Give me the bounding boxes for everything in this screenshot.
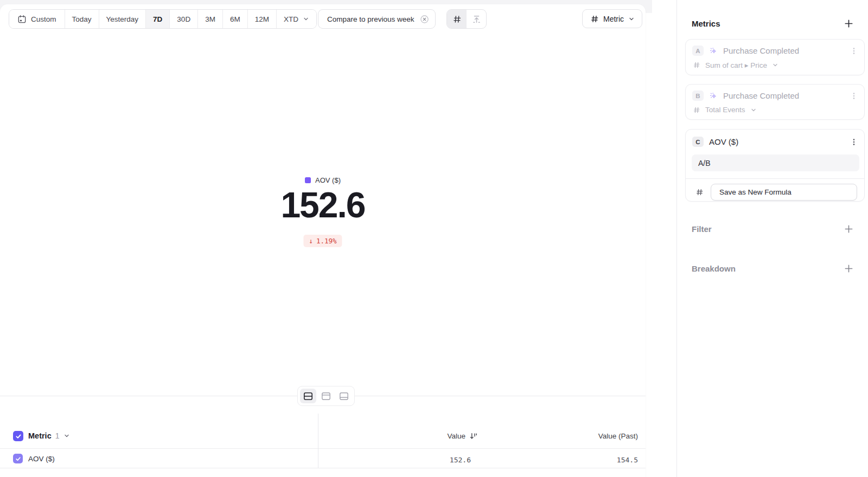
metric-badge: A [692, 46, 704, 56]
legend-swatch [305, 177, 311, 183]
event-sparkle-icon [709, 47, 718, 55]
add-filter-button[interactable] [843, 223, 854, 234]
check-icon [15, 433, 22, 440]
chart-panel: Custom Today Yesterday 7D 30D 3M 6M 12M … [0, 4, 646, 477]
value-past-column-header[interactable]: Value (Past) [478, 428, 638, 443]
chevron-down-icon [303, 16, 309, 22]
view-layout-toggle [297, 386, 355, 406]
metric-card-header: A Purchase Completed [692, 46, 799, 56]
breakdown-section-title: Breakdown [692, 264, 736, 273]
arrow-down-icon: ↓ [309, 237, 313, 245]
preset-3m[interactable]: 3M [198, 10, 223, 28]
row-checkbox[interactable] [13, 454, 23, 463]
metric-card-header: B Purchase Completed [692, 91, 799, 101]
builder-sidebar: Metrics A Purchase Completed [676, 0, 868, 477]
hash-icon [452, 15, 462, 24]
hash-icon [693, 61, 700, 69]
hash-icon [693, 106, 700, 114]
metric-measure-dropdown[interactable]: Total Events [693, 106, 757, 114]
table-row-divider [0, 468, 646, 468]
remove-compare-icon[interactable] [420, 15, 429, 24]
metric-event-name: Purchase Completed [723, 46, 799, 55]
chevron-down-icon [772, 62, 778, 68]
preset-custom[interactable]: Custom [9, 10, 65, 28]
card-divider [686, 178, 864, 179]
chevron-down-icon [63, 433, 70, 439]
sort-descending-icon [469, 432, 478, 440]
preset-label: Custom [31, 15, 56, 23]
view-split-button[interactable] [300, 389, 316, 403]
metric-dropdown-label: Metric [603, 15, 624, 23]
table-header-divider [0, 448, 646, 449]
change-badge: ↓ 1.19% [303, 235, 342, 247]
value-column-header[interactable]: Value [318, 428, 478, 443]
app-root: Custom Today Yesterday 7D 30D 3M 6M 12M … [0, 0, 868, 477]
preset-30d[interactable]: 30D [170, 10, 198, 28]
date-range-presets: Custom Today Yesterday 7D 30D 3M 6M 12M … [9, 9, 317, 29]
metric-column-dropdown[interactable]: Metric 1 [28, 431, 70, 440]
metrics-section-title: Metrics [692, 19, 720, 28]
chart-type-number-button[interactable] [447, 10, 467, 28]
chart-type-uplift-button[interactable] [467, 10, 486, 28]
preset-today[interactable]: Today [65, 10, 99, 28]
big-number-value: 152.6 [0, 185, 646, 224]
metric-measure-dropdown[interactable]: Sum of cart ▸ Price [693, 61, 778, 69]
add-metric-button[interactable] [843, 18, 854, 29]
view-table-only-button[interactable] [336, 389, 352, 403]
chart-type-toggle [446, 9, 487, 29]
chart-legend[interactable]: AOV ($) [0, 176, 646, 184]
preset-7d[interactable]: 7D [146, 10, 170, 28]
metric-more-options-icon[interactable] [849, 46, 859, 56]
table-row-value-past: 154.5 [471, 454, 638, 466]
filter-section-title: Filter [692, 224, 712, 234]
metric-badge: B [692, 91, 704, 101]
metric-card-b[interactable]: B Purchase Completed Total Events [685, 84, 865, 120]
check-icon [15, 456, 21, 462]
chevron-down-icon [628, 16, 635, 22]
metric-event-name: Purchase Completed [723, 91, 799, 100]
metric-dropdown-button[interactable]: Metric [582, 9, 642, 28]
table-row-metric-name: AOV ($) [28, 455, 55, 463]
metric-card-a[interactable]: A Purchase Completed Sum of cart ▸ Price [685, 39, 865, 75]
uplift-arrow-icon [472, 15, 481, 24]
table-row-value: 152.6 [318, 454, 471, 466]
legend-label: AOV ($) [315, 176, 341, 184]
change-value: 1.19% [316, 237, 337, 245]
preset-yesterday[interactable]: Yesterday [99, 10, 146, 28]
select-all-checkbox[interactable] [13, 431, 23, 441]
layout-top-bar-icon [321, 392, 331, 401]
add-breakdown-button[interactable] [843, 263, 854, 274]
metric-more-options-icon[interactable] [849, 137, 859, 147]
metric-formula-name: AOV ($) [709, 137, 738, 146]
preset-12m[interactable]: 12M [248, 10, 277, 28]
view-chart-only-button[interactable] [318, 389, 334, 403]
hash-icon [590, 15, 599, 23]
save-as-new-formula-button[interactable]: Save as New Formula [711, 184, 857, 201]
chevron-down-icon [750, 107, 757, 113]
hash-icon [695, 188, 704, 196]
metric-more-options-icon[interactable] [849, 91, 859, 101]
compare-chip[interactable]: Compare to previous week [318, 9, 436, 29]
formula-input[interactable]: A/B [692, 154, 859, 171]
calendar-icon [17, 15, 27, 24]
compare-chip-label: Compare to previous week [327, 15, 414, 23]
metric-badge: C [692, 137, 704, 147]
preset-6m[interactable]: 6M [223, 10, 248, 28]
event-sparkle-icon [709, 92, 718, 100]
layout-split-icon [303, 392, 313, 401]
preset-xtd[interactable]: XTD [277, 10, 316, 28]
layout-bottom-bar-icon [339, 392, 349, 401]
metric-card-header: C AOV ($) [692, 137, 738, 147]
metric-card-c[interactable]: C AOV ($) A/B Save as New Formula [685, 129, 865, 202]
